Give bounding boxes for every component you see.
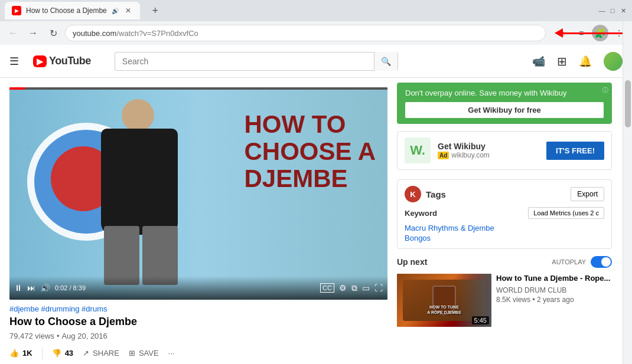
yt-header-icons: 📹 ⊞ 🔔	[532, 52, 623, 71]
share-button[interactable]: ↗ SHARE	[83, 346, 119, 360]
window-controls: — □ ✕	[598, 6, 627, 15]
video-section: HOW TOCHOOSE ADJEMBE ⏸ ⏭ 🔊 0:02 /	[0, 78, 397, 364]
refresh-button[interactable]: ↻	[45, 25, 61, 41]
active-tab[interactable]: ▶ How to Choose a Djembe 🔊 ✕	[5, 2, 140, 19]
ad-banner-text: Don't overpay online. Save money with Wi…	[405, 88, 604, 97]
search-icon: 🔍	[381, 57, 391, 66]
avatar[interactable]	[604, 52, 623, 71]
wikibuy-free-button[interactable]: IT'S FREE!	[546, 142, 604, 160]
browser-scrollbar[interactable]	[623, 78, 632, 364]
cc-button[interactable]: CC	[320, 283, 334, 293]
video-views: 79,472 views • Aug 20, 2016	[9, 332, 387, 340]
wikibuy-logo: W.	[405, 137, 431, 163]
maximize-button[interactable]: □	[608, 6, 617, 15]
tag-link-2[interactable]: Bongos	[405, 234, 604, 242]
load-metrics-button[interactable]: Load Metrics (uses 2 c	[528, 207, 604, 219]
toolbar-icons: ☆ ≡ 🧩 ⋮	[554, 25, 627, 41]
tab-audio-icon: 🔊	[112, 8, 119, 14]
volume-button[interactable]: 🔊	[40, 283, 50, 293]
yt-logo-icon: ▶	[33, 55, 47, 67]
avatar-image	[604, 52, 623, 71]
extension-icon[interactable]: 🧩	[592, 25, 608, 41]
play-pause-button[interactable]: ⏸	[14, 283, 22, 293]
up-next-title: Up next	[397, 257, 427, 267]
thumb-down-icon: 👎	[52, 349, 61, 358]
right-sidebar: ⓘ Don't overpay online. Save money with …	[397, 78, 621, 364]
ad-badge: Ad	[438, 152, 449, 159]
wikibuy-name: Get Wikibuy	[438, 142, 539, 151]
autoplay-label: AUTOPLAY	[552, 258, 586, 265]
minimize-button[interactable]: —	[598, 6, 606, 15]
more-button[interactable]: ···	[168, 346, 175, 360]
tab-close-button[interactable]: ✕	[123, 6, 133, 15]
miniplayer-button[interactable]: ⧉	[351, 283, 357, 293]
head	[122, 99, 154, 132]
body	[101, 129, 178, 235]
wikibuy-domain: Ad wikibuy.com	[438, 151, 539, 159]
upload-icon[interactable]: 📹	[532, 55, 545, 68]
youtube-page: ☰ ▶ YouTube 🔍 📹 ⊞ 🔔	[0, 45, 632, 364]
thumb-up-icon: 👍	[9, 349, 19, 358]
next-button[interactable]: ⏭	[27, 283, 35, 293]
autoplay-toggle[interactable]	[591, 256, 612, 268]
scrollbar-track	[623, 78, 632, 364]
playlist-icon[interactable]: ≡	[573, 25, 589, 41]
share-icon: ↗	[83, 349, 89, 358]
forward-button[interactable]: →	[25, 25, 41, 41]
close-button[interactable]: ✕	[619, 6, 627, 15]
autoplay-row: AUTOPLAY	[552, 256, 612, 268]
rec-duration: 5:45	[472, 316, 489, 324]
new-tab-button[interactable]: +	[147, 2, 164, 19]
video-ctrl-right: CC ⚙ ⧉ ▭ ⛶	[320, 283, 383, 293]
wikibuy-info: Get Wikibuy Ad wikibuy.com	[438, 142, 539, 159]
ad-cta-button[interactable]: Get Wikibuy for free	[405, 102, 604, 118]
rec-info: How to Tune a Djembe - Rope... WORLD DRU…	[496, 274, 612, 327]
export-button[interactable]: Export	[571, 187, 604, 201]
video-player[interactable]: HOW TOCHOOSE ADJEMBE ⏸ ⏭ 🔊 0:02 /	[9, 87, 387, 300]
bookmark-icon[interactable]: ☆	[554, 25, 571, 41]
toggle-knob	[601, 257, 611, 267]
save-icon: ⊞	[129, 349, 135, 358]
settings-button[interactable]: ⚙	[339, 283, 347, 293]
rec-meta: 8.5K views • 2 years ago	[496, 296, 612, 304]
person-silhouette	[86, 99, 193, 288]
wikibuy-card: W. Get Wikibuy Ad wikibuy.com IT'S FREE!	[397, 131, 612, 170]
save-button[interactable]: ⊞ SAVE	[129, 346, 159, 360]
progress-bar[interactable]	[9, 87, 387, 90]
rec-title: How to Tune a Djembe - Rope...	[496, 274, 612, 284]
recommended-video[interactable]: HOW TO TUNEA ROPE DJEMBE 5:45 How to Tun…	[397, 274, 612, 327]
theater-button[interactable]: ▭	[362, 283, 370, 293]
fullscreen-button[interactable]: ⛶	[374, 283, 383, 293]
tags-title-row: K Tags	[405, 186, 446, 202]
yt-logo[interactable]: ▶ YouTube	[33, 55, 91, 67]
keyword-label: Keyword	[405, 209, 437, 218]
yt-main-content: HOW TOCHOOSE ADJEMBE ⏸ ⏭ 🔊 0:02 /	[0, 78, 632, 364]
bell-icon[interactable]: 🔔	[579, 55, 592, 68]
scrollbar-thumb[interactable]	[625, 80, 631, 127]
yt-menu-icon[interactable]: ☰	[9, 55, 19, 68]
youtube-header: ☰ ▶ YouTube 🔍 📹 ⊞ 🔔	[0, 45, 632, 78]
rec-channel: WORLD DRUM CLUB	[496, 286, 612, 294]
action-divider	[42, 347, 43, 359]
back-button[interactable]: ←	[5, 25, 21, 41]
search-input[interactable]	[115, 57, 374, 66]
tag-link-1[interactable]: Macru Rhythms & Djembe	[405, 224, 604, 232]
ad-info-icon[interactable]: ⓘ	[602, 86, 608, 94]
progress-fill	[9, 87, 25, 90]
apps-icon[interactable]: ⊞	[557, 54, 567, 68]
dislike-button[interactable]: 👎 43	[52, 346, 73, 360]
tags-icon: K	[405, 186, 421, 202]
video-tags[interactable]: #djembe #drumming #drums	[9, 304, 387, 313]
video-controls: ⏸ ⏭ 🔊 0:02 / 8:39 CC ⚙ ⧉	[9, 276, 387, 300]
ad-banner: ⓘ Don't overpay online. Save money with …	[397, 83, 612, 124]
rec-thumbnail: HOW TO TUNEA ROPE DJEMBE 5:45	[397, 274, 491, 327]
address-url: youtube.com/watch?v=S7Pn0dxvfCo	[73, 29, 538, 38]
tags-header: K Tags Export	[405, 186, 604, 202]
tags-title: Tags	[426, 189, 446, 199]
search-button[interactable]: 🔍	[374, 52, 398, 71]
address-bar-row: ← → ↻ youtube.com/watch?v=S7Pn0dxvfCo ☆ …	[0, 21, 632, 45]
address-bar[interactable]: youtube.com/watch?v=S7Pn0dxvfCo	[65, 25, 546, 41]
up-next-section: Up next AUTOPLAY	[397, 256, 612, 327]
video-overlay-text: HOW TOCHOOSE ADJEMBE	[245, 111, 376, 193]
like-button[interactable]: 👍 1K	[9, 346, 32, 360]
